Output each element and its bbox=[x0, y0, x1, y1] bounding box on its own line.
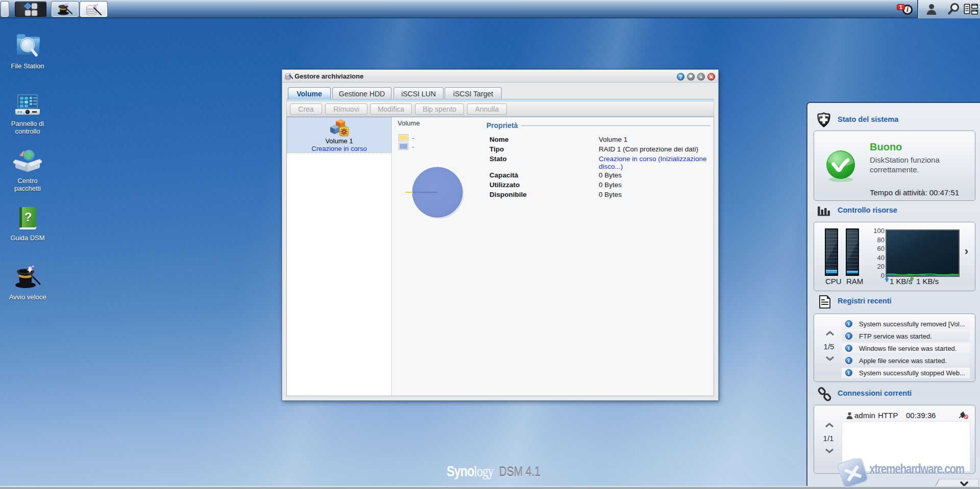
svg-text:100: 100 bbox=[873, 227, 885, 235]
svg-text:20: 20 bbox=[877, 263, 885, 270]
svg-text:CPU: CPU bbox=[825, 277, 842, 286]
svg-text:80: 80 bbox=[877, 236, 885, 244]
svg-text:60: 60 bbox=[877, 245, 885, 252]
svg-text:?: ? bbox=[24, 210, 32, 224]
svg-text:1 KB/s: 1 KB/s bbox=[890, 277, 912, 286]
svg-text:40: 40 bbox=[877, 254, 885, 262]
svg-text:1 KB/s: 1 KB/s bbox=[916, 277, 939, 286]
svg-text:0: 0 bbox=[881, 272, 885, 279]
svg-text:RAM: RAM bbox=[846, 277, 863, 286]
